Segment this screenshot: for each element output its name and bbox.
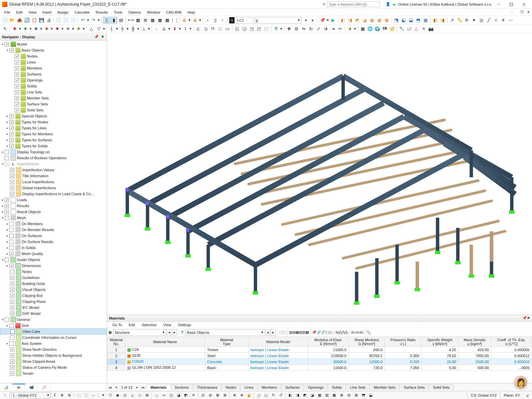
menu-options[interactable]: Options (125, 10, 144, 15)
node-linesets[interactable]: Line Sets (27, 90, 42, 94)
node-imp-global[interactable]: Global Imperfections (22, 186, 56, 190)
page-last[interactable]: ⏭ (140, 384, 146, 391)
extend-icon[interactable]: ⇥ (330, 26, 336, 32)
add-member-icon[interactable]: ✱ (33, 26, 39, 32)
sb-lock-icon[interactable]: 🔒 (246, 392, 252, 398)
sb-i4[interactable]: ⬚ (75, 392, 82, 398)
navtab-results[interactable]: 📈 (38, 384, 51, 391)
materials-close-icon[interactable]: ✕ (527, 316, 530, 320)
undo-icon[interactable]: ↶ (79, 17, 86, 24)
menu-help[interactable]: Help (185, 10, 198, 15)
load3-icon[interactable]: ⬇ (171, 26, 178, 32)
m1-icon[interactable]: ⬔ (393, 17, 400, 24)
iso4-icon[interactable]: ◰ (256, 26, 262, 32)
table-row[interactable]: 4GL24h | DIN 1052:2008-12BasicIsotropic … (107, 365, 532, 371)
view-shaded-icon[interactable]: ▤ (118, 17, 124, 24)
node-mesh-surface-results[interactable]: On Surface Results (22, 240, 53, 244)
menu-window[interactable]: Window (144, 10, 163, 15)
mat-t2[interactable]: ▤ (292, 330, 296, 334)
lc-next[interactable]: ▸ (310, 17, 316, 24)
tool1-icon[interactable]: 🔧 (398, 26, 405, 32)
node-view-cube[interactable]: View Cube (23, 330, 40, 333)
redo-dropdown[interactable]: ▾ (97, 18, 100, 22)
sb-c2[interactable]: ◨ (294, 392, 301, 398)
sec4-icon[interactable]: □ (217, 26, 223, 32)
mat-nav-prev[interactable]: ◂ (167, 329, 172, 336)
camera-icon[interactable]: 📷 (428, 26, 434, 32)
mat-nav-next[interactable]: ▸ (172, 329, 177, 336)
close-button[interactable] (518, 1, 530, 8)
node-display-topology[interactable]: Display Topology on (17, 150, 50, 154)
col-g[interactable]: Shear Modulus G [N/mm²] (348, 337, 385, 347)
node-membersets[interactable]: Member Sets (27, 96, 49, 100)
table-row[interactable]: 2S235SteelIsotropic | Linear Elastic2100… (107, 353, 532, 359)
col-model[interactable]: Material Model (248, 337, 308, 347)
loadcase-box-icon[interactable]: ▯ (212, 17, 218, 24)
sb-c5[interactable]: ▦ (316, 392, 323, 398)
r6-icon[interactable]: ▦ (376, 17, 383, 24)
sb-i11[interactable]: △ (129, 392, 136, 398)
page-next[interactable]: ▸ (134, 384, 140, 391)
sec1-icon[interactable]: ⊏ (195, 26, 201, 32)
node-pick-icon[interactable]: ◎ (478, 17, 485, 24)
sb-i10[interactable]: ◎ (122, 392, 128, 398)
mat-menu-view[interactable]: View (160, 322, 175, 328)
mirror-icon[interactable]: ⇋ (300, 26, 307, 32)
node-mesh-solids[interactable]: In Solids (22, 246, 36, 250)
r5-icon[interactable]: ▦ (369, 17, 375, 24)
node-imp-values[interactable]: Imperfection Values (22, 168, 54, 172)
mat-select-tool[interactable]: ⬚ (279, 330, 283, 334)
sb-c9[interactable]: ⊟ (345, 392, 352, 398)
new-icon[interactable]: 📄 (2, 17, 8, 24)
mat-select-tool2[interactable]: ⬚ (283, 330, 286, 334)
node-axis-system[interactable]: Axis System (22, 341, 42, 345)
globe-icon[interactable]: 🌐 (367, 26, 373, 32)
node-types-nodes[interactable]: Types for Nodes (22, 120, 48, 124)
r3-icon[interactable]: ◩ (354, 17, 361, 24)
scale-icon[interactable]: ⤢ (315, 26, 322, 32)
load2-icon[interactable]: ⇊ (161, 26, 167, 32)
more-icon[interactable]: ⋯ (507, 17, 514, 24)
doc-close[interactable]: ✕ (526, 10, 531, 14)
mat-fx3[interactable]: fx (342, 330, 345, 335)
loadcase-desc[interactable]: g▾ (255, 17, 301, 24)
doc-minimize[interactable]: – (508, 10, 516, 15)
cursor-icon[interactable]: ↖ (2, 26, 8, 32)
globe2-icon[interactable]: 🌍 (374, 26, 381, 32)
mat-nav2-prev[interactable]: ◂ (266, 329, 270, 336)
mat-menu-settings[interactable]: Settings (175, 322, 195, 328)
doc-restore[interactable]: ❐ (517, 10, 526, 15)
grid5-icon[interactable]: ▦ (164, 17, 171, 24)
tab-openings[interactable]: Openings (304, 384, 328, 390)
node-imperfections[interactable]: Imperfections (17, 162, 39, 166)
add-line-icon[interactable]: ✱ (22, 26, 29, 32)
mat-menu-edit[interactable]: Edit (125, 322, 138, 328)
tree-pick-icon[interactable]: ⊹ (493, 17, 499, 24)
tab-nodes[interactable]: Nodes (221, 384, 241, 390)
sb-c4[interactable]: ◪ (309, 392, 316, 398)
mat-t3[interactable]: ▦ (296, 330, 299, 334)
arrows1-icon[interactable]: ⇊ (181, 17, 188, 24)
sb-i3[interactable]: ⊗ (66, 392, 72, 398)
node-types-surfaces[interactable]: Types for Surfaces (22, 138, 52, 142)
model-checkbox[interactable] (5, 42, 9, 47)
node-result-objects[interactable]: Result Objects (17, 210, 41, 214)
pushpin-icon[interactable]: 📌 (319, 17, 326, 24)
tab-surface-sets[interactable]: Surface Sets (399, 384, 429, 390)
col-name[interactable]: Material Name (125, 337, 205, 347)
col-alpha[interactable]: Coeff. of Th. Exp. α [1/°C] (491, 337, 532, 347)
node-mesh-member-results[interactable]: On Member Results (22, 228, 54, 232)
undo-dropdown[interactable]: ▾ (86, 18, 90, 22)
col-no[interactable]: Material No. (107, 337, 125, 347)
tab-solids[interactable]: Solids (328, 384, 346, 390)
sb-i5[interactable]: ⬚ (83, 392, 89, 398)
mat-link1[interactable]: 🔗 (317, 330, 321, 334)
node-loads[interactable]: Loads (17, 198, 27, 202)
sb-i22[interactable]: ⊠ (214, 392, 221, 398)
dimension-icon[interactable]: ⟷ (127, 17, 134, 24)
mat-fx[interactable]: ab (335, 330, 339, 335)
measure-icon[interactable]: 📏 (456, 17, 463, 24)
sb-i13[interactable]: ⊞ (144, 392, 150, 398)
menu-insert[interactable]: Insert (39, 10, 55, 15)
cloud-open-icon[interactable]: 📥 (16, 17, 23, 24)
